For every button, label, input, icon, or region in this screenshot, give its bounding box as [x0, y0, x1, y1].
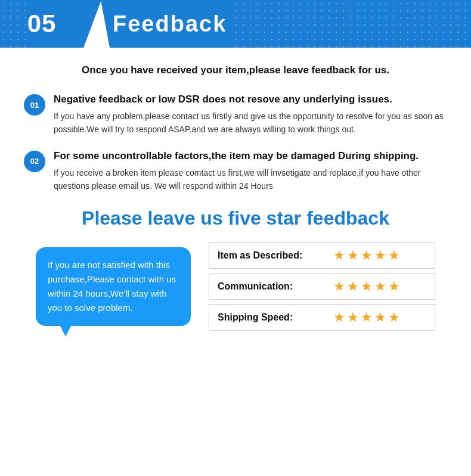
- item-1-content: Negative feedback or low DSR does not re…: [54, 93, 447, 136]
- rating-label-3: Shipping Speed:: [218, 312, 325, 323]
- bubble-text: If you are not satisfied with this purch…: [48, 260, 176, 313]
- rating-row-2: Communication: ★ ★ ★ ★ ★: [209, 273, 435, 300]
- item-1-body: If you have any problem,please contact u…: [54, 110, 447, 136]
- section-number: 05: [27, 10, 57, 38]
- stars-1: ★ ★ ★ ★ ★: [333, 248, 400, 263]
- item-2-body: If you receive a broken item please comt…: [54, 166, 447, 193]
- item-1-heading: Negative feedback or low DSR does not re…: [54, 93, 447, 106]
- star-1-3: ★: [361, 248, 373, 263]
- star-1-4: ★: [374, 248, 386, 263]
- stars-2: ★ ★ ★ ★ ★: [333, 279, 400, 294]
- five-star-section: Please leave us five star feedback: [24, 207, 447, 229]
- star-3-3: ★: [361, 310, 373, 325]
- header-title-area: Feedback: [101, 0, 471, 48]
- star-2-2: ★: [347, 279, 359, 294]
- star-2-1: ★: [333, 279, 345, 294]
- star-3-4: ★: [374, 310, 386, 325]
- header-dots-right: [233, 0, 471, 48]
- badge-02: 02: [24, 151, 45, 172]
- five-star-title: Please leave us five star feedback: [82, 207, 389, 229]
- stars-3: ★ ★ ★ ★ ★: [333, 310, 400, 325]
- star-2-3: ★: [361, 279, 373, 294]
- intro-text: Once you have received your item,please …: [24, 64, 447, 76]
- star-3-1: ★: [333, 310, 345, 325]
- bottom-section: If you are not satisfied with this purch…: [24, 242, 447, 331]
- header-divider: [83, 0, 101, 48]
- rating-label-1: Item as Described:: [218, 250, 325, 261]
- rating-row-1: Item as Described: ★ ★ ★ ★ ★: [209, 242, 435, 269]
- ratings-table: Item as Described: ★ ★ ★ ★ ★ Communicati…: [209, 242, 435, 331]
- star-3-2: ★: [347, 310, 359, 325]
- star-2-4: ★: [374, 279, 386, 294]
- star-1-5: ★: [388, 248, 400, 263]
- feedback-item-2: 02 For some uncontrollable factors,the i…: [24, 150, 447, 193]
- feedback-item-1: 01 Negative feedback or low DSR does not…: [24, 93, 447, 136]
- badge-01: 01: [24, 94, 45, 116]
- star-3-5: ★: [388, 310, 400, 325]
- star-1-2: ★: [347, 248, 359, 263]
- main-content: Once you have received your item,please …: [0, 48, 471, 343]
- header-dots-left: [0, 0, 27, 48]
- item-2-content: For some uncontrollable factors,the item…: [54, 150, 447, 193]
- star-2-5: ★: [388, 279, 400, 294]
- speech-bubble: If you are not satisfied with this purch…: [36, 247, 191, 326]
- header-title: Feedback: [113, 11, 227, 37]
- item-2-heading: For some uncontrollable factors,the item…: [54, 150, 447, 163]
- rating-label-2: Communication:: [218, 281, 325, 292]
- star-1-1: ★: [333, 248, 345, 263]
- rating-row-3: Shipping Speed: ★ ★ ★ ★ ★: [209, 304, 435, 331]
- header: 05 Feedback: [0, 0, 471, 48]
